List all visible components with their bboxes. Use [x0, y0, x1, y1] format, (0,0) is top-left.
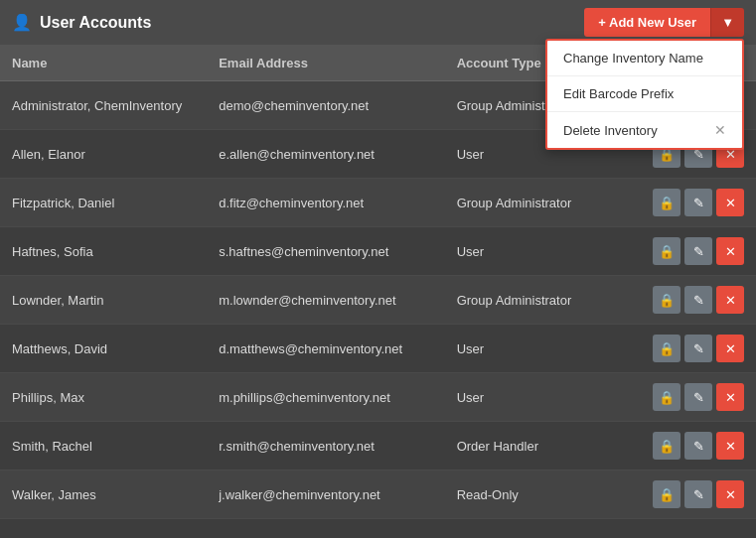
cell-email: r.smith@cheminventory.net — [207, 422, 444, 471]
cell-account-type: Read-Only — [445, 471, 637, 519]
edit-button[interactable]: ✎ — [684, 189, 712, 216]
cell-email: m.phillips@cheminventory.net — [207, 373, 444, 422]
lock-button[interactable]: 🔒 — [653, 286, 680, 314]
header-left: 👤 User Accounts — [12, 13, 151, 32]
cell-actions: 🔒✎✕ — [636, 276, 756, 325]
cell-account-type: User — [445, 373, 637, 422]
edit-button[interactable]: ✎ — [684, 335, 712, 362]
actions-group: 🔒✎✕ — [648, 335, 744, 362]
cell-email: e.allen@cheminventory.net — [207, 130, 444, 179]
cell-email: d.fitz@cheminventory.net — [207, 179, 444, 227]
edit-button[interactable]: ✎ — [684, 286, 712, 314]
table-row: Haftnes, Sofias.haftnes@cheminventory.ne… — [0, 227, 756, 276]
header: 👤 User Accounts + Add New User ▼ Change … — [0, 0, 756, 46]
cell-account-type: User — [445, 325, 637, 373]
table-row: Matthews, Davidd.matthews@cheminventory.… — [0, 325, 756, 373]
edit-button[interactable]: ✎ — [684, 383, 712, 411]
cell-account-type: User — [445, 227, 637, 276]
table-row: Smith, Rachelr.smith@cheminventory.netOr… — [0, 422, 756, 471]
dropdown-toggle-button[interactable]: ▼ — [710, 8, 744, 37]
delete-inventory-close-icon: ✕ — [714, 122, 726, 138]
cell-account-type: Order Handler — [445, 422, 637, 471]
cell-email: j.walker@cheminventory.net — [207, 471, 444, 519]
actions-group: 🔒✎✕ — [648, 286, 744, 314]
cell-actions: 🔒✎✕ — [636, 179, 756, 227]
table-row: Walker, Jamesj.walker@cheminventory.netR… — [0, 471, 756, 519]
main-container: 👤 User Accounts + Add New User ▼ Change … — [0, 0, 756, 538]
delete-button[interactable]: ✕ — [716, 383, 744, 411]
cell-email: d.matthews@cheminventory.net — [207, 325, 444, 373]
table-row: Lownder, Martinm.lownder@cheminventory.n… — [0, 276, 756, 325]
cell-name: Phillips, Max — [0, 373, 207, 422]
cell-actions: 🔒✎✕ — [636, 422, 756, 471]
delete-inventory-item[interactable]: Delete Inventory ✕ — [547, 112, 742, 148]
actions-group: 🔒✎✕ — [648, 189, 744, 216]
actions-group: 🔒✎✕ — [648, 480, 744, 508]
delete-button[interactable]: ✕ — [716, 237, 744, 265]
cell-email: demo@cheminventory.net — [207, 81, 444, 130]
delete-inventory-label: Delete Inventory — [563, 123, 658, 138]
actions-group: 🔒✎✕ — [648, 237, 744, 265]
edit-button[interactable]: ✎ — [684, 432, 712, 460]
delete-button[interactable]: ✕ — [716, 432, 744, 460]
change-inventory-name-label: Change Inventory Name — [563, 51, 703, 66]
cell-name: Administrator, ChemInventory — [0, 81, 207, 130]
actions-group: 🔒✎✕ — [648, 383, 744, 411]
cell-email: m.lownder@cheminventory.net — [207, 276, 444, 325]
cell-name: Walker, James — [0, 471, 207, 519]
page-title: User Accounts — [40, 14, 151, 32]
cell-name: Matthews, David — [0, 325, 207, 373]
edit-button[interactable]: ✎ — [684, 237, 712, 265]
cell-actions: 🔒✎✕ — [636, 227, 756, 276]
edit-button[interactable]: ✎ — [684, 480, 712, 508]
delete-button[interactable]: ✕ — [716, 480, 744, 508]
add-new-user-button[interactable]: + Add New User — [584, 8, 710, 37]
cell-email: s.haftnes@cheminventory.net — [207, 227, 444, 276]
dropdown-menu: Change Inventory Name Edit Barcode Prefi… — [545, 39, 744, 150]
lock-button[interactable]: 🔒 — [653, 335, 680, 362]
header-right: + Add New User ▼ Change Inventory Name E… — [584, 8, 744, 37]
cell-name: Fitzpatrick, Daniel — [0, 179, 207, 227]
actions-group: 🔒✎✕ — [648, 432, 744, 460]
cell-actions: 🔒✎✕ — [636, 471, 756, 519]
cell-account-type: Group Administrator — [445, 276, 637, 325]
table-row: Fitzpatrick, Danield.fitz@cheminventory.… — [0, 179, 756, 227]
col-header-name: Name — [0, 46, 207, 81]
delete-button[interactable]: ✕ — [716, 189, 744, 216]
delete-button[interactable]: ✕ — [716, 286, 744, 314]
table-row: Phillips, Maxm.phillips@cheminventory.ne… — [0, 373, 756, 422]
lock-button[interactable]: 🔒 — [653, 432, 680, 460]
cell-name: Haftnes, Sofia — [0, 227, 207, 276]
user-icon: 👤 — [12, 13, 32, 32]
cell-actions: 🔒✎✕ — [636, 373, 756, 422]
lock-button[interactable]: 🔒 — [653, 383, 680, 411]
cell-name: Allen, Elanor — [0, 130, 207, 179]
edit-barcode-prefix-item[interactable]: Edit Barcode Prefix — [547, 76, 742, 111]
lock-button[interactable]: 🔒 — [653, 237, 680, 265]
edit-barcode-prefix-label: Edit Barcode Prefix — [563, 86, 674, 101]
cell-account-type: Group Administrator — [445, 179, 637, 227]
col-header-email: Email Address — [207, 46, 444, 81]
cell-actions: 🔒✎✕ — [636, 325, 756, 373]
cell-name: Smith, Rachel — [0, 422, 207, 471]
lock-button[interactable]: 🔒 — [653, 189, 680, 216]
cell-name: Lownder, Martin — [0, 276, 207, 325]
change-inventory-name-item[interactable]: Change Inventory Name — [547, 41, 742, 75]
lock-button[interactable]: 🔒 — [653, 480, 680, 508]
delete-button[interactable]: ✕ — [716, 335, 744, 362]
